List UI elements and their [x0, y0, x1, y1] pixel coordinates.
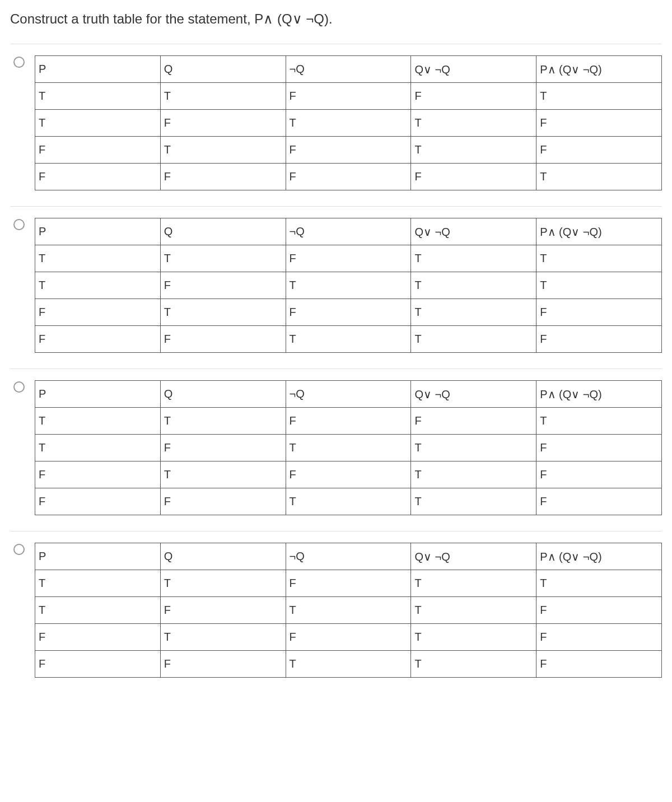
table-cell: F: [160, 435, 286, 461]
table-row: TTFTT: [35, 245, 662, 272]
option-3: PQ¬QQ∨ ¬QP∧ (Q∨ ¬Q)TTFFTTFTTFFTFTFFFTTF: [10, 369, 662, 531]
table-cell: T: [411, 488, 536, 515]
table-header-cell: Q: [160, 381, 286, 408]
table-cell: F: [411, 408, 536, 435]
table-cell: T: [35, 435, 161, 461]
table-cell: T: [35, 245, 161, 272]
table-cell: T: [411, 245, 536, 272]
table-cell: T: [411, 326, 536, 353]
table-cell: F: [286, 137, 411, 164]
option-4: PQ¬QQ∨ ¬QP∧ (Q∨ ¬Q)TTFTTTFTTFFTFTFFFTTF: [10, 531, 662, 693]
table-cell: T: [35, 408, 161, 435]
table-header-row: PQ¬QQ∨ ¬QP∧ (Q∨ ¬Q): [35, 56, 662, 83]
table-row: TFTTF: [35, 597, 662, 624]
truth-table-3: PQ¬QQ∨ ¬QP∧ (Q∨ ¬Q)TTFFTTFTTFFTFTFFFTTF: [35, 380, 662, 515]
table-cell: T: [536, 164, 662, 190]
table-row: FFTTF: [35, 326, 662, 353]
table-cell: F: [536, 110, 662, 137]
table-cell: F: [536, 435, 662, 461]
option-1: PQ¬QQ∨ ¬QP∧ (Q∨ ¬Q)TTFFTTFTTFFTFTFFFFFT: [10, 44, 662, 207]
table-cell: F: [35, 326, 161, 353]
table-cell: T: [411, 651, 536, 678]
table-cell: F: [286, 570, 411, 597]
table-cell: F: [286, 408, 411, 435]
table-row: TTFTT: [35, 570, 662, 597]
table-row: FTFTF: [35, 299, 662, 326]
table-cell: T: [411, 137, 536, 164]
table-cell: T: [160, 461, 286, 488]
table-row: TFTTT: [35, 272, 662, 299]
table-row: FFTTF: [35, 651, 662, 678]
table-cell: T: [286, 110, 411, 137]
table-cell: T: [411, 110, 536, 137]
table-cell: F: [411, 83, 536, 110]
table-cell: T: [160, 245, 286, 272]
table-cell: T: [411, 597, 536, 624]
table-header-row: PQ¬QQ∨ ¬QP∧ (Q∨ ¬Q): [35, 381, 662, 408]
table-header-cell: P∧ (Q∨ ¬Q): [536, 218, 662, 245]
table-cell: F: [286, 164, 411, 190]
table-cell: F: [35, 164, 161, 190]
table-header-cell: P∧ (Q∨ ¬Q): [536, 381, 662, 408]
table-cell: T: [536, 272, 662, 299]
table-cell: F: [160, 488, 286, 515]
table-cell: F: [286, 299, 411, 326]
truth-table-4: PQ¬QQ∨ ¬QP∧ (Q∨ ¬Q)TTFTTTFTTFFTFTFFFTTF: [35, 543, 662, 678]
table-cell: F: [35, 488, 161, 515]
table-row: TTFFT: [35, 83, 662, 110]
table-cell: F: [286, 461, 411, 488]
table-cell: F: [536, 461, 662, 488]
table-header-cell: Q∨ ¬Q: [411, 381, 536, 408]
table-header-cell: P: [35, 381, 161, 408]
table-cell: T: [35, 570, 161, 597]
table-cell: F: [411, 164, 536, 190]
table-cell: F: [536, 326, 662, 353]
option-2-radio[interactable]: [13, 219, 25, 230]
table-header-cell: ¬Q: [286, 56, 411, 83]
question-text: Construct a truth table for the statemen…: [10, 11, 662, 27]
table-cell: F: [35, 137, 161, 164]
table-cell: T: [286, 597, 411, 624]
option-2: PQ¬QQ∨ ¬QP∧ (Q∨ ¬Q)TTFTTTFTTTFTFTFFFTTF: [10, 207, 662, 369]
table-cell: F: [286, 245, 411, 272]
table-cell: T: [160, 299, 286, 326]
table-cell: F: [160, 164, 286, 190]
table-cell: F: [536, 488, 662, 515]
table-cell: F: [35, 299, 161, 326]
table-cell: T: [536, 245, 662, 272]
table-row: TFTTF: [35, 435, 662, 461]
table-cell: F: [536, 624, 662, 651]
table-header-cell: ¬Q: [286, 218, 411, 245]
table-row: FFTTF: [35, 488, 662, 515]
table-cell: T: [160, 408, 286, 435]
table-header-cell: Q∨ ¬Q: [411, 543, 536, 570]
table-cell: T: [411, 299, 536, 326]
table-cell: T: [286, 488, 411, 515]
truth-table-2: PQ¬QQ∨ ¬QP∧ (Q∨ ¬Q)TTFTTTFTTTFTFTFFFTTF: [35, 218, 662, 353]
table-cell: F: [160, 272, 286, 299]
table-header-cell: P∧ (Q∨ ¬Q): [536, 543, 662, 570]
table-cell: T: [286, 435, 411, 461]
table-header-cell: P: [35, 218, 161, 245]
table-cell: T: [411, 435, 536, 461]
table-cell: T: [286, 651, 411, 678]
table-header-cell: ¬Q: [286, 381, 411, 408]
table-cell: T: [160, 83, 286, 110]
option-3-radio[interactable]: [13, 381, 25, 393]
table-cell: F: [536, 299, 662, 326]
option-4-radio[interactable]: [13, 544, 25, 555]
table-row: TTFFT: [35, 408, 662, 435]
table-cell: T: [35, 272, 161, 299]
table-cell: F: [160, 326, 286, 353]
table-cell: T: [411, 272, 536, 299]
table-header-cell: Q: [160, 543, 286, 570]
table-header-cell: P∧ (Q∨ ¬Q): [536, 56, 662, 83]
table-header-cell: Q∨ ¬Q: [411, 218, 536, 245]
option-1-radio[interactable]: [13, 57, 25, 68]
table-row: FTFTF: [35, 624, 662, 651]
table-cell: T: [286, 326, 411, 353]
table-header-cell: ¬Q: [286, 543, 411, 570]
table-cell: F: [286, 624, 411, 651]
table-cell: F: [35, 651, 161, 678]
table-header-cell: P: [35, 543, 161, 570]
